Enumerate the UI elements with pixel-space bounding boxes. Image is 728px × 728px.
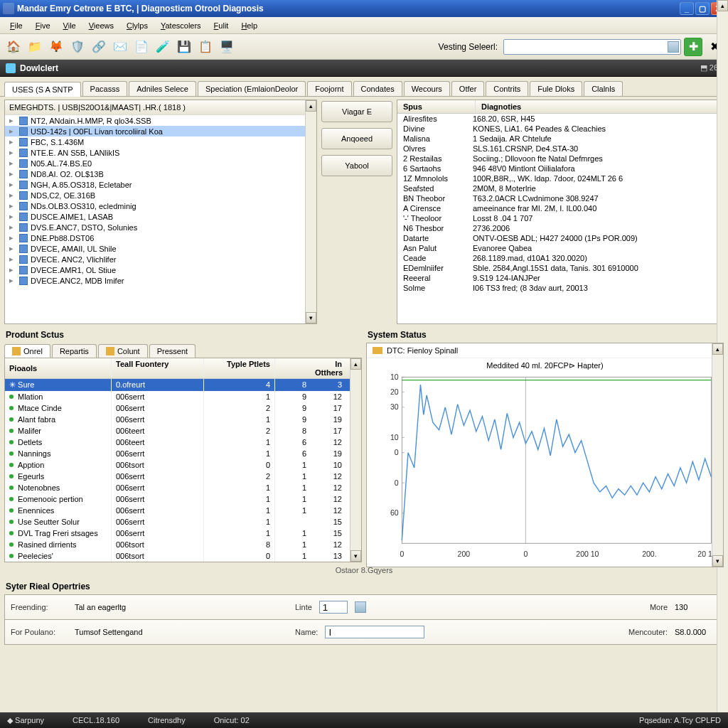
folder-icon[interactable]: 📁 (26, 38, 44, 56)
maximize-button[interactable]: ▢ (695, 2, 710, 15)
diag-row[interactable]: BN TheoborT63.2.0ACR LCwdnimone 308.9247 (397, 193, 723, 203)
scroll-up-icon[interactable]: ▴ (717, 0, 728, 11)
tab-5[interactable]: Condates (353, 81, 402, 96)
tree-item[interactable]: ▸DVECE, AMAII, UL Shile (5, 243, 316, 254)
diag-row[interactable]: 6 Sartaohs946 48V0 Mintlont Oiilialafora (397, 164, 723, 173)
menu-vile[interactable]: Vile (58, 19, 82, 32)
scroll-up-icon[interactable]: ▴ (306, 100, 316, 112)
anqoeed-button[interactable]: Anqoeed (321, 128, 392, 149)
menu-clyps[interactable]: Clylps (121, 19, 154, 32)
table-row[interactable]: Rasined dirrients006tsort8112 (5, 539, 361, 550)
tab-1[interactable]: Pacasss (82, 81, 128, 96)
form-icon[interactable]: 📋 (196, 38, 215, 56)
tree-item[interactable]: ▸USD-142s | O0FL Livan torcoliiral Koa (5, 126, 316, 136)
table-row[interactable]: Enennices006serrt1112 (5, 505, 361, 516)
tree-item[interactable]: ▸DNE.Pb88.DST06 (5, 232, 316, 243)
tab-7[interactable]: Otfer (451, 81, 484, 96)
diag-row[interactable]: 1Z Mmnolols100R,B8R,., WK. ldap. 7door, … (397, 173, 723, 183)
table-row[interactable]: Nannings006serrt1619 (5, 448, 361, 459)
add-icon[interactable]: ✚ (684, 38, 702, 56)
viagar-button[interactable]: Viagar E (321, 101, 392, 122)
selector-combo[interactable] (503, 39, 681, 55)
chevron-down-icon[interactable] (668, 41, 679, 53)
document-icon[interactable]: 📄 (132, 38, 151, 56)
grid-col-pioaols[interactable]: Pioaols (5, 358, 112, 378)
table-row[interactable]: Apption006tsort0110 (5, 459, 361, 471)
diag-row[interactable]: Asn PalutEvanoree Qabea (397, 243, 723, 253)
menu-five[interactable]: Five (30, 19, 56, 32)
table-row[interactable]: Peelecies'006tsort0113 (5, 550, 361, 562)
menu-yatescolers[interactable]: Yatescolers (155, 19, 207, 32)
table-row[interactable]: Mlation006serrt1912 (5, 391, 361, 402)
subtab-1[interactable]: Repartis (52, 344, 97, 358)
table-row[interactable]: DVL Trag Freri stsages006serrt1115 (5, 528, 361, 539)
tree-item[interactable]: ▸NDS,C2, OE.316B (5, 190, 316, 200)
diag-row[interactable]: DatarteONTV-OESB ADL; H427 24000 (1Ps PO… (397, 233, 723, 243)
table-row[interactable]: Detlets006teert1612 (5, 437, 361, 448)
scroll-down-icon[interactable]: ▾ (350, 550, 361, 562)
table-row[interactable]: Alant fabra006serrt1919 (5, 414, 361, 425)
grid-col-in-others[interactable]: In Otthers (311, 358, 346, 378)
tree-item[interactable]: ▸DUSCE.AIME1, LASAB (5, 211, 316, 222)
scroll-down-icon[interactable]: ▾ (712, 555, 723, 567)
table-row[interactable]: Mtace Cinde006serrt2917 (5, 402, 361, 414)
name-input[interactable] (325, 626, 424, 638)
yabool-button[interactable]: Yabool (321, 155, 392, 176)
diag-row[interactable]: Aliresfites168.20, 6SR, H45 (397, 114, 723, 124)
table-row[interactable]: ✳ Sure0.ofreurt483 (5, 379, 361, 391)
menu-views[interactable]: Vieews (83, 19, 119, 32)
minimize-button[interactable]: _ (680, 2, 694, 15)
tree-item[interactable]: ▸NGH, A.85.OS318, Ecletaber (5, 179, 316, 190)
tab-6[interactable]: Wecours (404, 81, 450, 96)
tree-item[interactable]: ▸NDs.OLB3.OS310, ecledminig (5, 200, 316, 211)
diag-row[interactable]: Seafsted2M0M, 8 Moterlrie (397, 183, 723, 193)
subtab-2[interactable]: Colunt (98, 344, 148, 358)
home-icon[interactable]: 🏠 (4, 38, 23, 56)
diag-row[interactable]: EDemlniiferSble. 2584,Angl.15S1 data, Ta… (397, 263, 723, 273)
tab-0[interactable]: USES (S A SNTP (4, 82, 81, 97)
shield-icon[interactable]: 🛡️ (68, 38, 87, 56)
tree-item[interactable]: ▸NTE.E. AN S5B, LANlikIS (5, 147, 316, 158)
grid-col-typle[interactable]: Typle Ptlets (204, 358, 275, 378)
tree-item[interactable]: ▸DVECE. ANC2, Vlichlifer (5, 254, 316, 264)
tree-item[interactable]: ▸DVS.E.ANC7, DSTO, Solunies (5, 222, 316, 232)
tree-scrollbar[interactable]: ▴ ▾ (305, 100, 316, 323)
chart-scrollbar[interactable]: ▴ ▾ (712, 343, 723, 567)
menu-help[interactable]: Help (235, 19, 263, 32)
subtab-3[interactable]: Pressent (149, 344, 196, 358)
diag-row[interactable]: Malisna1 Sedaija. AR Chtelufe (397, 134, 723, 144)
scroll-up-icon[interactable]: ▴ (350, 358, 361, 370)
tree-item[interactable]: ▸FBC, S.1.436M (5, 136, 316, 147)
diag-row[interactable]: SolmeI06 TS3 fred; (8 3dav aurt, 20013 (397, 283, 723, 293)
table-row[interactable]: Use Seutter Solur006serrt115 (5, 516, 361, 528)
tree-item[interactable]: ▸DVECE.ANC2, MDB Imifer (5, 275, 316, 286)
table-row[interactable]: Malifer006teert2817 (5, 425, 361, 437)
table-row[interactable]: Egeurls006serrt2112 (5, 471, 361, 482)
menu-fulit[interactable]: Fulit (208, 19, 235, 32)
menu-file[interactable]: File (4, 19, 28, 32)
scroll-down-icon[interactable]: ▾ (306, 312, 316, 323)
diag-row[interactable]: DivineKONES, LiA1. 64 Peades & Cleachies (397, 124, 723, 134)
scroll-up-icon[interactable]: ▴ (712, 343, 723, 355)
firefox-icon[interactable]: 🦊 (47, 38, 65, 56)
diag-row[interactable]: N6 Thesbor2736.2006 (397, 223, 723, 233)
tab-9[interactable]: Fule Dloks (530, 81, 582, 96)
tab-2[interactable]: Adniles Selece (129, 81, 196, 96)
diag-row[interactable]: OlvresSLS.161.CRSNP, De4.STA-30 (397, 144, 723, 154)
subtab-0[interactable]: Onrel (4, 344, 50, 358)
flask-icon[interactable]: 🧪 (154, 38, 172, 56)
tab-4[interactable]: Foojornt (307, 81, 351, 96)
grid-scrollbar[interactable]: ▴ ▾ (350, 358, 361, 562)
tab-10[interactable]: Clalnls (584, 81, 623, 96)
monitor-icon[interactable]: 🖥️ (218, 38, 236, 56)
tree-item[interactable]: ▸ND8.AI. O2. OL$13B (5, 168, 316, 179)
link-icon[interactable]: 🔗 (90, 38, 108, 56)
tree-item[interactable]: ▸NT2, ANdain.H.MMP, R qlo34.SSB (5, 115, 316, 126)
save-icon[interactable]: 💾 (175, 38, 193, 56)
tree-item[interactable]: ▸DVECE.AMR1, OL Stiue (5, 264, 316, 275)
diag-row[interactable]: A Cirensceameeinance frar MI. 2M, I. IL0… (397, 203, 723, 213)
table-row[interactable]: Eomenooic pertion006serrt1112 (5, 493, 361, 505)
tab-3[interactable]: Speciation (EmlaionDeolor (198, 81, 306, 96)
table-row[interactable]: Notenobnes006serrt1112 (5, 482, 361, 493)
diag-row[interactable]: '-' TheoloorLosst 8 .04 1 707 (397, 213, 723, 223)
